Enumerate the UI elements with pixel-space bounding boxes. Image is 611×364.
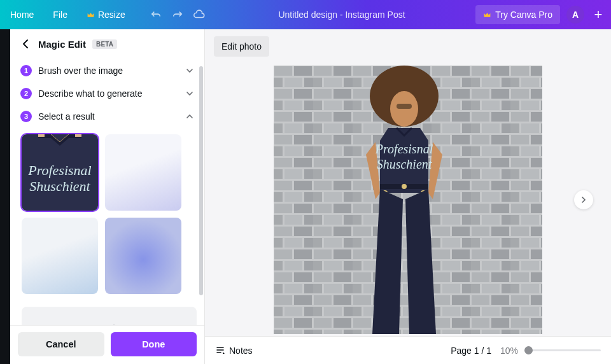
step-number: 2 (20, 88, 32, 99)
beta-badge: BETA (92, 39, 117, 49)
generate-more-row (20, 300, 198, 325)
next-page-button[interactable] (574, 190, 593, 209)
zoom-level[interactable]: 10% (500, 346, 518, 356)
step-select[interactable]: 3 Select a result (20, 105, 198, 128)
steps-container: 1 Brush over the image 2 Describe what t… (10, 58, 204, 325)
page-indicator[interactable]: Page 1 / 1 (451, 346, 491, 356)
scrollbar-thumb[interactable] (199, 66, 203, 295)
result-text: Profesisnal Shuschient (24, 162, 95, 199)
crown-icon (483, 11, 491, 19)
zoom-thumb[interactable] (524, 346, 533, 354)
bottom-bar: Notes Page 1 / 1 10% (205, 336, 611, 364)
generate-more-button[interactable] (22, 307, 197, 325)
top-toolbar: Home File Resize Untitled design - Insta… (0, 0, 611, 29)
panel-footer: Cancel Done (10, 325, 204, 364)
result-tile-1[interactable]: Profesisnal Shuschient (22, 134, 98, 211)
crown-icon (87, 11, 95, 19)
back-icon[interactable] (20, 38, 32, 50)
chevron-down-icon (185, 66, 194, 75)
share-plus-button[interactable]: + (591, 7, 606, 22)
svg-rect-0 (38, 134, 45, 137)
panel-scrollbar[interactable] (199, 66, 203, 321)
svg-text:Shuschient: Shuschient (377, 157, 432, 171)
collar-shape (38, 134, 81, 151)
svg-rect-12 (397, 104, 412, 109)
notes-label: Notes (229, 346, 253, 356)
resize-label: Resize (98, 10, 125, 20)
result-tile-4[interactable] (105, 218, 181, 294)
design-title[interactable]: Untitled design - Instagram Post (208, 10, 476, 20)
step-label: Brush over the image (38, 66, 179, 76)
canvas-area: Edit photo (205, 29, 611, 364)
artboard[interactable]: Profesisnal Shuschient (274, 66, 542, 334)
zoom-slider[interactable] (524, 349, 601, 351)
zoom-control: 10% (500, 346, 601, 356)
try-pro-button[interactable]: Try Canva Pro (475, 5, 560, 24)
redo-button[interactable] (169, 6, 186, 24)
toolbar-left: Home File Resize (5, 6, 208, 24)
panel-title: Magic Edit (38, 39, 86, 50)
step-number: 3 (20, 111, 32, 122)
canvas-stage[interactable]: Profesisnal Shuschient (205, 64, 611, 336)
chevron-up-icon (185, 112, 194, 121)
edit-photo-button[interactable]: Edit photo (214, 36, 269, 57)
file-button[interactable]: File (48, 6, 73, 24)
step-number: 1 (20, 65, 32, 76)
notes-button[interactable]: Notes (215, 346, 253, 356)
chevron-right-icon (580, 196, 587, 204)
toolbar-right: Try Canva Pro A + (475, 5, 606, 24)
chevron-down-icon (185, 89, 194, 98)
try-pro-label: Try Canva Pro (495, 10, 552, 20)
resize-button[interactable]: Resize (81, 6, 130, 24)
svg-text:Profesisnal: Profesisnal (375, 142, 433, 157)
svg-rect-1 (75, 134, 81, 137)
magic-edit-panel: Magic Edit BETA 1 Brush over the image 2… (10, 29, 205, 364)
step-label: Select a result (38, 111, 179, 122)
step-describe[interactable]: 2 Describe what to generate (20, 82, 198, 105)
spinner-icon (103, 319, 116, 325)
svg-point-14 (402, 184, 407, 189)
home-button[interactable]: Home (5, 6, 39, 24)
canvas-toolbar: Edit photo (205, 29, 611, 64)
done-button[interactable]: Done (111, 332, 197, 356)
panel-header: Magic Edit BETA (10, 29, 204, 58)
step-label: Describe what to generate (38, 88, 179, 99)
results-grid: Profesisnal Shuschient (20, 128, 198, 300)
cloud-sync-icon[interactable] (190, 6, 208, 24)
left-rail (0, 29, 10, 364)
step-brush[interactable]: 1 Brush over the image (20, 59, 198, 82)
result-preview: Profesisnal Shuschient (22, 134, 98, 211)
result-tile-3[interactable] (22, 218, 98, 294)
result-tile-2[interactable] (105, 134, 181, 211)
avatar[interactable]: A (566, 6, 584, 24)
person-photo: Profesisnal Shuschient (341, 66, 481, 334)
notes-icon (215, 346, 225, 356)
cancel-button[interactable]: Cancel (18, 332, 104, 356)
toolbar-history (147, 6, 208, 24)
undo-button[interactable] (147, 6, 165, 24)
